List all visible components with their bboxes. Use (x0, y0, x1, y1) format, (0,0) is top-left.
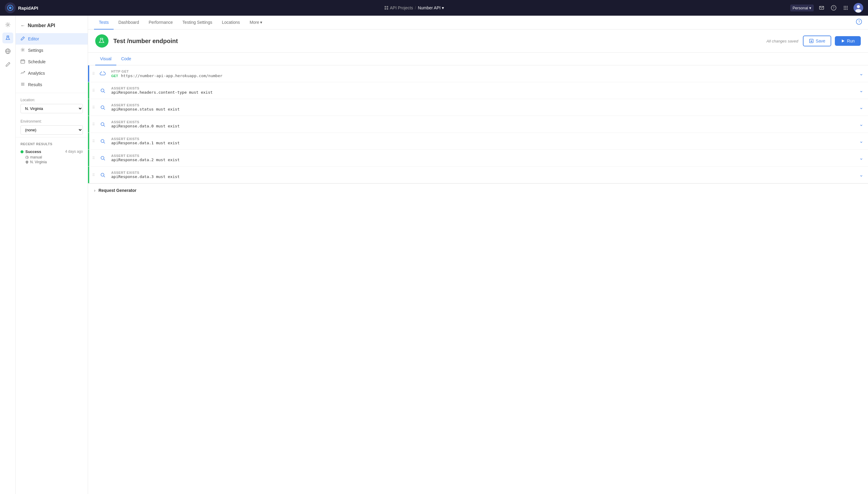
result-location: N. Virginia (25, 160, 47, 164)
mail-icon[interactable] (817, 4, 826, 12)
breadcrumb-separator: / (415, 5, 416, 10)
sidebar-icon-test[interactable] (2, 33, 13, 43)
result-type: manual (25, 155, 47, 159)
svg-line-45 (104, 92, 105, 93)
svg-point-26 (22, 49, 23, 51)
editor-icon (20, 36, 25, 42)
svg-rect-4 (385, 8, 386, 10)
location-label: Location: (20, 98, 83, 102)
svg-line-47 (104, 109, 105, 110)
drag-handle[interactable]: ⠿ (89, 122, 98, 127)
save-button[interactable]: Save (803, 36, 831, 46)
tab-testing-settings[interactable]: Testing Settings (178, 16, 217, 30)
tab-locations[interactable]: Locations (217, 16, 245, 30)
test-item-expand[interactable]: ⌄ (854, 121, 868, 127)
avatar[interactable] (853, 3, 863, 13)
drag-handle[interactable]: ⠿ (89, 139, 98, 144)
test-item-desc: apiResponse.status must exist (111, 107, 852, 111)
result-time: 4 days ago (65, 149, 83, 154)
request-generator[interactable]: › Request Generator (88, 184, 868, 197)
sidebar-icon-globe[interactable] (2, 46, 13, 57)
sidebar-item-results[interactable]: Results (16, 79, 88, 90)
svg-rect-3 (387, 6, 388, 7)
test-item-type: ASSERT EXISTS (111, 137, 852, 141)
search-icon (98, 119, 108, 129)
test-item-expand[interactable]: ⌄ (854, 71, 868, 77)
logo-icon[interactable] (5, 2, 16, 13)
tab-performance[interactable]: Performance (144, 16, 178, 30)
svg-point-11 (847, 6, 848, 7)
drag-handle[interactable]: ⠿ (89, 89, 98, 93)
svg-text:?: ? (833, 6, 834, 10)
svg-rect-27 (21, 60, 25, 63)
test-item-expand[interactable]: ⌄ (854, 88, 868, 93)
drag-handle[interactable]: ⠿ (89, 173, 98, 177)
icon-sidebar (0, 16, 16, 494)
api-name-link[interactable]: Number API ▾ (418, 5, 444, 10)
location-select[interactable]: N. Virginia (20, 104, 83, 113)
app-name: RapidAPI (18, 5, 38, 11)
main-content: Tests Dashboard Performance Testing Sett… (88, 16, 868, 494)
drag-handle[interactable]: ⠿ (89, 106, 98, 110)
recent-results-title: RECENT RESULTS (20, 142, 83, 146)
sidebar-item-label: Analytics (28, 71, 45, 76)
account-button[interactable]: Personal ▾ (790, 4, 814, 12)
svg-point-21 (7, 24, 9, 25)
test-item-content: ASSERT EXISTS apiResponse.headers.conten… (109, 83, 854, 98)
environment-select[interactable]: (none) (20, 125, 83, 135)
app-layout: ← Number API Editor Settings (0, 0, 868, 494)
svg-point-15 (844, 9, 845, 10)
svg-line-49 (104, 125, 105, 127)
grid-icon[interactable] (842, 4, 850, 12)
environment-section: Environment: (none) (16, 116, 88, 135)
svg-point-9 (844, 6, 845, 7)
test-item-expand[interactable]: ⌄ (854, 104, 868, 110)
tab-dashboard[interactable]: Dashboard (114, 16, 144, 30)
test-item-expand[interactable]: ⌄ (854, 155, 868, 161)
test-item-desc: apiResponse.data.1 must exist (111, 141, 852, 145)
api-projects-link[interactable]: API Projects (384, 5, 413, 10)
sidebar-item-schedule[interactable]: Schedule (16, 56, 88, 68)
test-item-desc: apiResponse.data.3 must exist (111, 174, 852, 179)
sidebar-item-analytics[interactable]: Analytics (16, 68, 88, 79)
drag-handle[interactable]: ⠿ (89, 72, 98, 76)
drag-handle[interactable]: ⠿ (89, 156, 98, 160)
svg-point-14 (847, 7, 848, 8)
result-status: Success (20, 149, 47, 154)
test-list: ⠿ HTTP GET GET https://number-api-app.he… (88, 65, 868, 184)
test-item: ⠿ ASSERT EXISTS apiResponse.status must … (88, 99, 868, 116)
svg-point-12 (844, 7, 845, 8)
sub-tab-code[interactable]: Code (116, 53, 136, 65)
test-title: Test /number endpoint (113, 38, 762, 44)
result-item: Success manual (20, 149, 83, 164)
test-item-expand[interactable]: ⌄ (854, 172, 868, 178)
sidebar-item-editor[interactable]: Editor (16, 33, 88, 44)
tab-tests[interactable]: Tests (94, 16, 114, 30)
left-sidebar: ← Number API Editor Settings (16, 16, 88, 494)
nav-left: RapidAPI (5, 2, 38, 13)
sidebar-item-label: Schedule (28, 59, 45, 64)
cloud-icon (98, 69, 108, 79)
back-button[interactable]: ← (20, 23, 25, 28)
test-item-expand[interactable]: ⌄ (854, 138, 868, 144)
sidebar-item-settings[interactable]: Settings (16, 44, 88, 56)
search-icon (98, 86, 108, 95)
test-item-content: ASSERT EXISTS apiResponse.data.1 must ex… (109, 133, 854, 149)
sidebar-icon-edit[interactable] (2, 59, 13, 70)
tab-help-icon[interactable]: ? (856, 19, 862, 26)
test-item-desc: apiResponse.data.2 must exist (111, 157, 852, 162)
svg-point-37 (26, 161, 28, 163)
run-button[interactable]: Run (835, 36, 861, 46)
sidebar-icon-settings[interactable] (2, 19, 13, 30)
sub-tab-visual[interactable]: Visual (95, 53, 116, 65)
http-method: GET (111, 74, 118, 78)
tab-more[interactable]: More ▾ (245, 16, 267, 30)
help-icon[interactable]: ? (829, 4, 838, 12)
svg-point-44 (101, 89, 104, 92)
svg-point-17 (847, 9, 848, 10)
nav-right: Personal ▾ ? (790, 3, 863, 13)
result-dot (20, 150, 23, 153)
svg-point-20 (855, 9, 861, 13)
test-item-type: ASSERT EXISTS (111, 171, 852, 174)
tab-bar: Tests Dashboard Performance Testing Sett… (88, 16, 868, 30)
